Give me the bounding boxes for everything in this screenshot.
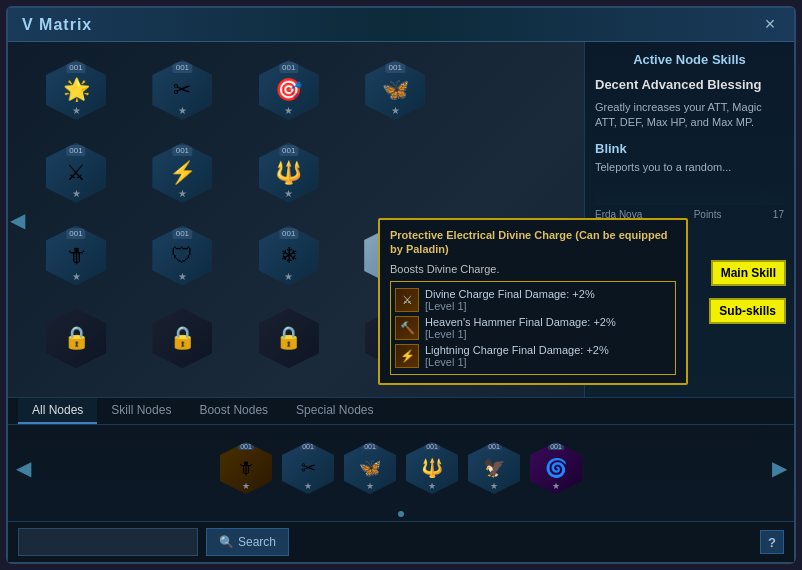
grid-cell-lock: 🔒 bbox=[255, 304, 323, 372]
tab-bar: All Nodes Skill Nodes Boost Nodes Specia… bbox=[8, 398, 794, 425]
erda-value: 17 bbox=[773, 209, 784, 220]
bottom-node-inner-5: 001 🦅 ★ bbox=[468, 442, 520, 494]
bottom-icon-2: ✂ bbox=[301, 457, 316, 479]
node-star: ★ bbox=[284, 271, 293, 282]
bottom-star-5: ★ bbox=[490, 481, 498, 491]
node-level-label: 001 bbox=[173, 145, 192, 156]
bottom-node-inner-4: 001 🔱 ★ bbox=[406, 442, 458, 494]
bottom-node-6[interactable]: 001 🌀 ★ bbox=[528, 440, 584, 496]
bottom-icon-1: 🗡 bbox=[237, 458, 255, 479]
lock-icon: 🔒 bbox=[275, 325, 302, 351]
node-level-label: 001 bbox=[173, 62, 192, 73]
node-level-label: 001 bbox=[173, 228, 192, 239]
bottom-icon-6: 🌀 bbox=[545, 457, 567, 479]
lock-icon: 🔒 bbox=[169, 325, 196, 351]
search-button[interactable]: 🔍 Search bbox=[206, 528, 289, 556]
search-input[interactable] bbox=[25, 535, 191, 549]
bottom-star-4: ★ bbox=[428, 481, 436, 491]
tab-all-nodes[interactable]: All Nodes bbox=[18, 398, 97, 424]
tab-boost-nodes[interactable]: Boost Nodes bbox=[185, 398, 282, 424]
tooltip-skills-list: ⚔ Divine Charge Final Damage: +2%[Level … bbox=[390, 281, 676, 375]
grid-cell[interactable]: 001 🦋 ★ bbox=[361, 56, 429, 124]
bottom-nodes: 001 🗡 ★ 001 ✂ ★ 001 🦋 bbox=[38, 440, 764, 496]
bottom-star-1: ★ bbox=[242, 481, 250, 491]
grid-cell[interactable]: 001 🛡 ★ bbox=[148, 222, 216, 290]
bottom-scroll-area: ◀ 001 🗡 ★ 001 ✂ ★ bbox=[8, 425, 794, 511]
grid-cell[interactable]: 001 🌟 ★ bbox=[42, 56, 110, 124]
bottom-node-2[interactable]: 001 ✂ ★ bbox=[280, 440, 336, 496]
bottom-node-inner-1: 001 🗡 ★ bbox=[220, 442, 272, 494]
sub-skills-button[interactable]: Sub-skills bbox=[709, 298, 786, 324]
bottom-node-inner-6: 001 🌀 ★ bbox=[530, 442, 582, 494]
tooltip-skill-item: 🔨 Heaven's Hammer Final Damage: +2%[Leve… bbox=[395, 314, 671, 342]
skill1-desc: Greatly increases your ATT, Magic ATT, D… bbox=[595, 100, 784, 131]
tooltip-skill-item: ⚔ Divine Charge Final Damage: +2%[Level … bbox=[395, 286, 671, 314]
bottom-node-3[interactable]: 001 🦋 ★ bbox=[342, 440, 398, 496]
bottom-level-6: 001 bbox=[548, 443, 564, 450]
bottom-level-2: 001 bbox=[300, 443, 316, 450]
bottom-level-5: 001 bbox=[486, 443, 502, 450]
bottom-node-4[interactable]: 001 🔱 ★ bbox=[404, 440, 460, 496]
grid-cell-lock: 🔒 bbox=[148, 304, 216, 372]
bottom-icon-5: 🦅 bbox=[483, 457, 505, 479]
grid-cell[interactable]: 001 🎯 ★ bbox=[255, 56, 323, 124]
bottom-star-3: ★ bbox=[366, 481, 374, 491]
grid-cell-empty bbox=[468, 139, 536, 207]
node-star: ★ bbox=[178, 188, 187, 199]
node-level-label: 001 bbox=[66, 228, 85, 239]
bottom-icon-4: 🔱 bbox=[421, 457, 443, 479]
left-arrow-icon[interactable]: ◀ bbox=[10, 208, 25, 232]
grid-cell[interactable]: 001 ⚔ ★ bbox=[42, 139, 110, 207]
node-star: ★ bbox=[72, 271, 81, 282]
search-label: Search bbox=[238, 535, 276, 549]
bottom-icon-3: 🦋 bbox=[359, 457, 381, 479]
bottom-level-1: 001 bbox=[238, 443, 254, 450]
title-bar: V Matrix × bbox=[8, 8, 794, 42]
skill-text-1: Divine Charge Final Damage: +2%[Level 1] bbox=[425, 288, 595, 312]
fade-overlay bbox=[595, 185, 784, 205]
search-bar: 🔍 Search ? bbox=[8, 521, 794, 562]
tab-special-nodes[interactable]: Special Nodes bbox=[282, 398, 387, 424]
grid-cell[interactable]: 001 🔱 ★ bbox=[255, 139, 323, 207]
node-level-label: 001 bbox=[66, 62, 85, 73]
tooltip-popup: Protective Electrical Divine Charge (Can… bbox=[378, 218, 688, 385]
scroll-right-arrow[interactable]: ▶ bbox=[764, 429, 794, 507]
node-level-label: 001 bbox=[279, 228, 298, 239]
tab-skill-nodes[interactable]: Skill Nodes bbox=[97, 398, 185, 424]
tooltip-skill-item: ⚡ Lightning Charge Final Damage: +2%[Lev… bbox=[395, 342, 671, 370]
skill-icon-1: ⚔ bbox=[395, 288, 419, 312]
scroll-dot bbox=[398, 511, 404, 517]
main-skill-button[interactable]: Main Skill bbox=[711, 260, 786, 286]
bottom-node-1[interactable]: 001 🗡 ★ bbox=[218, 440, 274, 496]
grid-cell[interactable]: 001 ⚡ ★ bbox=[148, 139, 216, 207]
grid-cell[interactable]: 001 ✂ ★ bbox=[148, 56, 216, 124]
grid-cell[interactable]: 001 🗡 ★ bbox=[42, 222, 110, 290]
skill-text-3: Lightning Charge Final Damage: +2%[Level… bbox=[425, 344, 609, 368]
close-button[interactable]: × bbox=[760, 15, 780, 35]
skill2-name: Blink bbox=[595, 141, 784, 156]
node-star: ★ bbox=[284, 105, 293, 116]
node-star: ★ bbox=[391, 105, 400, 116]
node-star: ★ bbox=[178, 271, 187, 282]
node-level-label: 001 bbox=[66, 145, 85, 156]
node-star: ★ bbox=[178, 105, 187, 116]
tooltip-header: Protective Electrical Divine Charge (Can… bbox=[390, 228, 676, 257]
search-input-wrapper[interactable] bbox=[18, 528, 198, 556]
scroll-left-arrow[interactable]: ◀ bbox=[8, 429, 38, 507]
window-title: V Matrix bbox=[22, 16, 92, 34]
bottom-star-2: ★ bbox=[304, 481, 312, 491]
lock-icon: 🔒 bbox=[63, 325, 90, 351]
help-button[interactable]: ? bbox=[760, 530, 784, 554]
bottom-area: All Nodes Skill Nodes Boost Nodes Specia… bbox=[8, 397, 794, 562]
skill-text-2: Heaven's Hammer Final Damage: +2%[Level … bbox=[425, 316, 616, 340]
grid-cell[interactable]: 001 ❄ ★ bbox=[255, 222, 323, 290]
bottom-node-5[interactable]: 001 🦅 ★ bbox=[466, 440, 522, 496]
tooltip-boost: Boosts Divine Charge. bbox=[390, 263, 676, 275]
bottom-node-inner-2: 001 ✂ ★ bbox=[282, 442, 334, 494]
grid-cell-empty bbox=[361, 139, 429, 207]
node-star: ★ bbox=[72, 105, 81, 116]
skill-icon-2: 🔨 bbox=[395, 316, 419, 340]
node-level-label: 001 bbox=[279, 62, 298, 73]
grid-cell-lock: 🔒 bbox=[42, 304, 110, 372]
skill2-desc: Teleports you to a random... bbox=[595, 160, 784, 175]
